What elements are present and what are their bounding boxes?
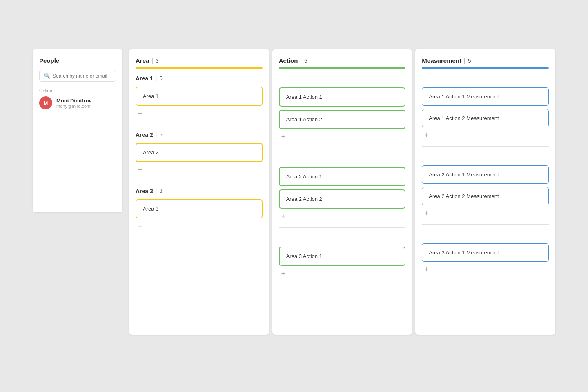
- col-count-area: 3: [156, 58, 159, 64]
- col-count-measurement: 5: [468, 58, 471, 64]
- card-measurement-0-0[interactable]: Area 1 Action 1 Measurement: [422, 87, 549, 106]
- group-count-area-1: 5: [159, 131, 162, 138]
- group-spacer-action-1: [279, 155, 406, 167]
- add-btn-measurement-0[interactable]: +: [422, 131, 431, 140]
- group-divider-area-2: |: [156, 188, 157, 194]
- group-section-area-0: Area 1|5Area 1+: [136, 75, 263, 125]
- avatar: M: [39, 96, 52, 109]
- group-section-action-1: Area 2 Action 1Area 2 Action 2+: [279, 155, 406, 228]
- card-measurement-1-1[interactable]: Area 2 Action 2 Measurement: [422, 187, 549, 205]
- col-underline-action: [279, 67, 406, 69]
- user-email: mony@miro.com: [56, 104, 92, 109]
- card-measurement-0-1[interactable]: Area 1 Action 2 Measurement: [422, 109, 549, 127]
- add-btn-action-1[interactable]: +: [279, 212, 288, 221]
- col-header-area: Area|3: [136, 57, 263, 64]
- col-divider-area: |: [151, 58, 153, 64]
- group-section-area-2: Area 3|3Area 3+: [136, 188, 263, 237]
- col-underline-measurement: [422, 67, 549, 69]
- group-section-measurement-2: Area 3 Action 1 Measurement+: [422, 231, 549, 281]
- column-panel-area: Area|3Area 1|5Area 1+Area 2|5Area 2+Area…: [129, 49, 269, 335]
- group-count-area-0: 5: [159, 75, 162, 81]
- add-btn-area-1[interactable]: +: [136, 165, 145, 174]
- column-panel-measurement: Measurement|5Area 1 Action 1 Measurement…: [415, 49, 555, 335]
- group-section-action-0: Area 1 Action 1Area 1 Action 2+: [279, 75, 406, 148]
- sidebar-title: People: [39, 57, 116, 64]
- card-action-0-1[interactable]: Area 1 Action 2: [279, 110, 406, 129]
- group-name-area-1: Area 2: [136, 131, 153, 138]
- column-panel-action: Action|5Area 1 Action 1Area 1 Action 2+A…: [272, 49, 412, 335]
- group-spacer-measurement-2: [422, 231, 549, 243]
- col-title-measurement: Measurement: [422, 57, 461, 64]
- add-btn-action-0[interactable]: +: [279, 132, 288, 141]
- group-section-measurement-0: Area 1 Action 1 MeasurementArea 1 Action…: [422, 75, 549, 147]
- page-wrapper: People 🔍 Online M Moni Dimitrov mony@mir…: [33, 49, 555, 335]
- card-area-0-0[interactable]: Area 1: [136, 87, 263, 106]
- card-action-1-1[interactable]: Area 2 Action 2: [279, 189, 406, 209]
- card-area-1-0[interactable]: Area 2: [136, 143, 263, 162]
- group-spacer-measurement-0: [422, 75, 549, 87]
- group-header-area-1: Area 2|5: [136, 131, 263, 138]
- col-title-area: Area: [136, 57, 149, 64]
- group-section-area-1: Area 2|5Area 2+: [136, 131, 263, 181]
- user-info: Moni Dimitrov mony@miro.com: [56, 98, 92, 109]
- add-btn-measurement-1[interactable]: +: [422, 209, 431, 218]
- col-divider-measurement: |: [464, 58, 466, 64]
- search-input[interactable]: [53, 73, 111, 79]
- col-divider-action: |: [300, 58, 302, 64]
- col-title-action: Action: [279, 57, 298, 64]
- card-measurement-1-0[interactable]: Area 2 Action 1 Measurement: [422, 165, 549, 184]
- col-header-measurement: Measurement|5: [422, 57, 549, 64]
- add-btn-area-2[interactable]: +: [136, 222, 145, 231]
- group-spacer-action-2: [279, 234, 406, 247]
- card-area-2-0[interactable]: Area 3: [136, 199, 263, 218]
- group-divider-area-0: |: [156, 75, 157, 82]
- add-btn-action-2[interactable]: +: [279, 269, 288, 278]
- add-btn-measurement-2[interactable]: +: [422, 265, 431, 274]
- card-action-2-0[interactable]: Area 3 Action 1: [279, 247, 406, 266]
- col-header-action: Action|5: [279, 57, 406, 64]
- user-name: Moni Dimitrov: [56, 98, 92, 104]
- group-spacer-measurement-1: [422, 153, 549, 165]
- col-underline-area: [136, 67, 263, 69]
- card-measurement-2-0[interactable]: Area 3 Action 1 Measurement: [422, 243, 549, 262]
- group-header-area-0: Area 1|5: [136, 75, 263, 82]
- group-spacer-action-0: [279, 75, 406, 87]
- sidebar: People 🔍 Online M Moni Dimitrov mony@mir…: [33, 49, 122, 212]
- group-section-measurement-1: Area 2 Action 1 MeasurementArea 2 Action…: [422, 153, 549, 225]
- group-name-area-2: Area 3: [136, 188, 153, 194]
- group-name-area-0: Area 1: [136, 75, 153, 82]
- search-icon: 🔍: [44, 73, 50, 79]
- col-count-action: 5: [304, 58, 307, 64]
- card-action-1-0[interactable]: Area 2 Action 1: [279, 167, 406, 186]
- group-divider-area-1: |: [156, 131, 157, 138]
- group-count-area-2: 3: [159, 188, 162, 194]
- online-label: Online: [39, 88, 116, 93]
- group-header-area-2: Area 3|3: [136, 188, 263, 194]
- group-section-action-2: Area 3 Action 1+: [279, 234, 406, 285]
- user-row: M Moni Dimitrov mony@miro.com: [39, 96, 116, 109]
- add-btn-area-0[interactable]: +: [136, 109, 145, 118]
- columns-container: Area|3Area 1|5Area 1+Area 2|5Area 2+Area…: [129, 49, 555, 335]
- card-action-0-0[interactable]: Area 1 Action 1: [279, 87, 406, 107]
- search-box[interactable]: 🔍: [39, 70, 116, 82]
